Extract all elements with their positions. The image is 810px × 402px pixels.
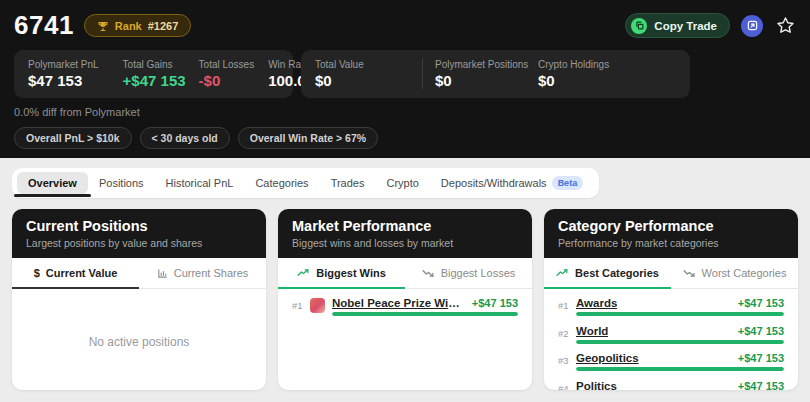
market-pnl-value: +$47 153 <box>464 297 518 309</box>
trend-down-icon <box>683 269 696 278</box>
badge-overall-pnl: Overall PnL > $10k <box>14 127 132 149</box>
tab-deposits-withdrawals[interactable]: Deposits/Withdrawals Beta <box>430 171 594 195</box>
category-pnl-value: +$47 153 <box>730 297 784 309</box>
polymarket-stats-card: Polymarket PnL $47 153 Total Gains +$47 … <box>14 50 293 98</box>
market-link[interactable]: Nobel Peace Prize Winner 2025 <box>332 297 464 309</box>
tab-categories[interactable]: Categories <box>244 172 319 194</box>
share-icon <box>747 20 758 31</box>
badge-account-age: < 30 days old <box>140 127 230 149</box>
copy-icon <box>631 18 647 34</box>
trend-up-icon <box>556 268 569 277</box>
category-row: #3 Geopolitics +$47 153 <box>556 350 786 378</box>
category-link[interactable]: Geopolitics <box>576 352 639 364</box>
tab-crypto[interactable]: Crypto <box>375 172 429 194</box>
card-header: Current Positions Largest positions by v… <box>12 209 266 258</box>
stat-crypto-holdings: Crypto Holdings $0 <box>538 59 609 89</box>
star-icon <box>776 16 795 35</box>
rank-label: #1 <box>558 297 576 323</box>
empty-state-text: No active positions <box>89 335 190 349</box>
tab-best-categories[interactable]: Best Categories <box>544 258 671 289</box>
tab-positions[interactable]: Positions <box>88 172 155 194</box>
rank-label: #2 <box>558 325 576 351</box>
tab-current-value[interactable]: $ Current Value <box>12 258 139 289</box>
dollar-icon: $ <box>34 267 40 279</box>
card-title: Market Performance <box>292 218 518 234</box>
rank-label: Rank <box>115 20 142 32</box>
category-row: #4 Politics +$47 153 <box>556 378 786 391</box>
performance-bar <box>332 312 518 316</box>
rank-label: #1 <box>292 297 310 323</box>
category-link[interactable]: Awards <box>576 297 617 309</box>
diff-note: 0.0% diff from Polymarket <box>14 106 796 118</box>
tab-biggest-losses[interactable]: Biggest Losses <box>405 258 532 289</box>
card-subtitle: Largest positions by value and shares <box>26 237 252 249</box>
category-pnl-value: +$47 153 <box>730 380 784 391</box>
tab-trades[interactable]: Trades <box>320 172 376 194</box>
tab-worst-categories[interactable]: Worst Categories <box>671 258 798 289</box>
profile-title: 6741 <box>14 10 74 41</box>
rank-value: #1267 <box>148 20 179 32</box>
stat-polymarket-pnl: Polymarket PnL $47 153 <box>28 59 99 89</box>
card-title: Category Performance <box>558 218 784 234</box>
stat-total-losses: Total Losses -$0 <box>199 59 255 89</box>
tab-biggest-wins[interactable]: Biggest Wins <box>278 258 405 289</box>
category-link[interactable]: World <box>576 325 608 337</box>
profile-header-section: 6741 Rank #1267 Copy Trade <box>0 0 810 158</box>
market-row: #1 Nobel Peace Prize Winner 2025 +$47 15… <box>290 295 520 323</box>
rank-label: #3 <box>558 352 576 378</box>
category-row: #2 World +$47 153 <box>556 323 786 351</box>
market-performance-card: Market Performance Biggest wins and loss… <box>278 209 532 390</box>
current-positions-card: Current Positions Largest positions by v… <box>12 209 266 390</box>
card-title: Current Positions <box>26 218 252 234</box>
rank-badge: Rank #1267 <box>84 14 192 37</box>
performance-bar <box>576 312 784 316</box>
trophy-icon <box>97 20 109 32</box>
favorite-button[interactable] <box>774 15 796 37</box>
badge-win-rate: Overall Win Rate > 67% <box>238 127 378 149</box>
divider <box>422 59 423 89</box>
tab-overview[interactable]: Overview <box>17 172 88 194</box>
category-link[interactable]: Politics <box>576 380 617 391</box>
category-pnl-value: +$47 153 <box>730 325 784 337</box>
tab-historical-pnl[interactable]: Historical PnL <box>155 172 245 194</box>
copy-trade-button[interactable]: Copy Trade <box>625 13 730 38</box>
card-subtitle: Performance by market categories <box>558 237 784 249</box>
share-button[interactable] <box>741 15 763 37</box>
card-subtitle: Biggest wins and losses by market <box>292 237 518 249</box>
stat-polymarket-positions: Polymarket Positions $0 <box>435 59 538 89</box>
performance-bar <box>576 340 784 344</box>
main-section: Overview Positions Historical PnL Catego… <box>0 158 810 390</box>
category-performance-card: Category Performance Performance by mark… <box>544 209 798 390</box>
trend-up-icon <box>297 268 310 277</box>
stat-total-value: Total Value $0 <box>315 59 410 89</box>
page-tabbar: Overview Positions Historical PnL Catego… <box>12 168 599 198</box>
bar-chart-icon <box>157 268 168 279</box>
beta-badge: Beta <box>552 176 584 190</box>
stat-total-gains: Total Gains +$47 153 <box>123 59 186 89</box>
card-header: Market Performance Biggest wins and loss… <box>278 209 532 258</box>
tab-current-shares[interactable]: Current Shares <box>139 258 266 289</box>
performance-bar <box>576 367 784 371</box>
rank-label: #4 <box>558 380 576 391</box>
category-row: #1 Awards +$47 153 <box>556 295 786 323</box>
category-pnl-value: +$47 153 <box>730 352 784 364</box>
holdings-stats-card: Total Value $0 Polymarket Positions $0 C… <box>301 50 690 98</box>
trend-down-icon <box>422 269 435 278</box>
card-header: Category Performance Performance by mark… <box>544 209 798 258</box>
market-thumbnail <box>310 298 325 313</box>
